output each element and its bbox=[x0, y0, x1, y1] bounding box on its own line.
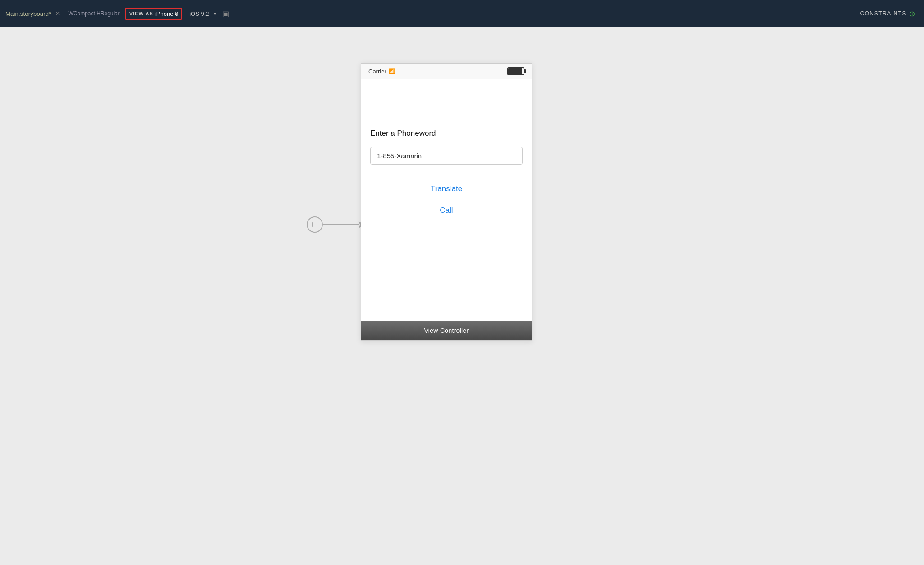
canvas-area: ➤ Carrier 📶 Enter a Phoneword: Translate… bbox=[0, 27, 924, 565]
size-class-label: WCompact HRegular bbox=[68, 10, 119, 17]
toolbar-left: Main.storyboard* ✕ WCompact HRegular VIE… bbox=[5, 8, 229, 20]
toolbar: Main.storyboard* ✕ WCompact HRegular VIE… bbox=[0, 0, 924, 27]
translate-button[interactable]: Translate bbox=[370, 178, 523, 200]
status-bar: Carrier 📶 bbox=[361, 64, 532, 79]
connector-circle bbox=[307, 216, 323, 233]
battery-icon bbox=[507, 67, 524, 75]
view-controller-label: View Controller bbox=[424, 327, 469, 334]
toolbar-right: CONSTRAINTS ⊕ bbox=[860, 9, 915, 18]
view-as-label: VIEW AS bbox=[129, 11, 153, 16]
tab-label[interactable]: Main.storyboard* bbox=[5, 10, 51, 17]
constraints-label: CONSTRAINTS bbox=[860, 10, 906, 17]
ios-version-label: iOS 9.2 bbox=[189, 10, 209, 17]
wifi-icon: 📶 bbox=[389, 68, 395, 74]
iphone-frame: Carrier 📶 Enter a Phoneword: Translate C… bbox=[361, 63, 532, 341]
call-button[interactable]: Call bbox=[370, 200, 523, 221]
connector-square-icon bbox=[312, 222, 317, 227]
constraints-add-icon[interactable]: ⊕ bbox=[909, 9, 915, 18]
content-spacer bbox=[370, 221, 523, 312]
connector-line bbox=[323, 224, 359, 225]
battery-fill bbox=[508, 68, 522, 74]
ios-dropdown-arrow-icon[interactable]: ▾ bbox=[214, 11, 216, 16]
view-as-box: VIEW AS iPhone 6 ▾ bbox=[125, 8, 182, 20]
iphone-model-label: iPhone 6 bbox=[155, 10, 178, 17]
entry-connector: ➤ bbox=[307, 216, 366, 233]
iphone-content: Enter a Phoneword: Translate Call bbox=[361, 79, 532, 321]
carrier-label: Carrier bbox=[368, 68, 386, 75]
carrier-info: Carrier 📶 bbox=[368, 68, 395, 75]
tab-close-icon[interactable]: ✕ bbox=[55, 10, 60, 17]
phoneword-input[interactable] bbox=[370, 147, 523, 165]
device-icon: ▣ bbox=[222, 9, 229, 18]
view-controller-bar: View Controller bbox=[361, 321, 532, 340]
phoneword-label: Enter a Phoneword: bbox=[370, 129, 523, 138]
